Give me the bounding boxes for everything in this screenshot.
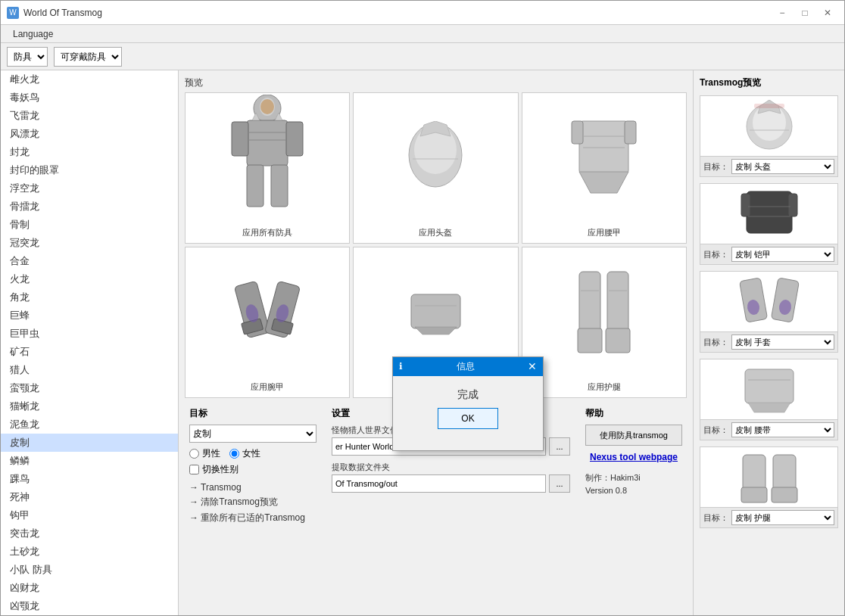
language-menu[interactable]: Language [7, 27, 59, 41]
list-item[interactable]: 封印的眼罩 [1, 161, 178, 179]
left-panel: 雌火龙 毒妖鸟 飞雷龙 风漂龙 封龙 封印的眼罩 浮空龙 骨擂龙 骨制 冠突龙 … [1, 70, 179, 615]
list-item[interactable]: 浮空龙 [1, 179, 178, 198]
preview-cell-label-head[interactable]: 应用头盔 [354, 226, 517, 240]
title-bar: W World Of Transmog − □ ✕ [1, 1, 844, 25]
output-row: ... [332, 474, 570, 493]
male-radio-label[interactable]: 男性 [189, 447, 220, 460]
svg-marker-31 [415, 327, 457, 334]
clear-transmog-label: → 清除Transmog预览 [189, 496, 278, 509]
list-item[interactable]: 踝鸟 [1, 470, 178, 488]
transmog-arms-select[interactable]: 皮制 手套 [731, 334, 834, 350]
list-item[interactable]: 鳞鳞 [1, 452, 178, 470]
transmog-legs-select[interactable]: 皮制 护腿 [731, 510, 834, 525]
svg-point-9 [260, 99, 274, 114]
filter1-select[interactable]: 防具 武器 [7, 47, 48, 67]
transmog-slot-arms: 目标： 皮制 手套 [700, 271, 838, 353]
preview-cell-label-chest[interactable]: 应用腰甲 [522, 226, 686, 240]
preview-section: 预览 [185, 76, 687, 398]
close-button[interactable]: ✕ [817, 5, 838, 21]
list-item[interactable]: 土砂龙 [1, 543, 178, 561]
main-content: 雌火龙 毒妖鸟 飞雷龙 风漂龙 封龙 封印的眼罩 浮空龙 骨擂龙 骨制 冠突龙 … [1, 70, 844, 615]
list-item[interactable]: 突击龙 [1, 524, 178, 543]
svg-rect-5 [271, 165, 288, 207]
minimize-button[interactable]: − [772, 5, 793, 21]
list-item[interactable]: 猎人 [1, 361, 178, 379]
list-item[interactable]: 死神 [1, 488, 178, 506]
list-item[interactable]: 封龙 [1, 143, 178, 161]
filter2-select[interactable]: 可穿戴防具 全部防具 [54, 47, 122, 67]
list-item[interactable]: 泥鱼龙 [1, 415, 178, 434]
transmog-waist-select[interactable]: 皮制 腰带 [731, 422, 834, 437]
list-item[interactable]: 毒妖鸟 [1, 89, 178, 107]
output-input[interactable] [332, 474, 546, 493]
list-item[interactable]: 凶颚龙 [1, 597, 178, 615]
preview-cell-chest[interactable]: 应用腰甲 [522, 92, 687, 244]
svg-rect-19 [625, 121, 636, 144]
list-item[interactable]: 雌火龙 [1, 70, 178, 89]
male-radio[interactable] [189, 449, 199, 459]
list-item[interactable]: 蛮颚龙 [1, 379, 178, 397]
transmog-slot-waist-label: 目标： 皮制 腰带 [700, 420, 837, 440]
switch-gender-checkbox[interactable] [189, 465, 199, 474]
target-section-label: 目标 [189, 407, 316, 420]
output-label: 提取数据文件夹 [332, 462, 570, 473]
dialog-title-icon: ℹ [399, 361, 403, 372]
transmog-chest-select[interactable]: 皮制 铠甲 [731, 247, 834, 262]
dialog-close-btn[interactable]: ✕ [528, 361, 537, 372]
folder-browse-btn[interactable]: ... [549, 437, 570, 456]
dialog-message: 完成 [405, 388, 531, 402]
preview-cell-head[interactable]: 应用头盔 [353, 92, 518, 244]
list-item[interactable]: 猫蜥龙 [1, 397, 178, 415]
svg-rect-42 [754, 104, 784, 108]
dialog-ok-button[interactable]: OK [438, 408, 498, 429]
transmog-slot-legs: 目标： 皮制 护腿 [700, 446, 838, 528]
transmog-slot-chest: 目标： 皮制 铠甲 [700, 183, 838, 265]
list-item[interactable]: 合金 [1, 252, 178, 270]
target-label-waist: 目标： [703, 425, 728, 436]
remove-all-transmog-action[interactable]: → 重除所有已适的Transmog [189, 512, 316, 524]
transmog-head-select[interactable]: 皮制 头盔 [731, 159, 834, 174]
preview-cell-label-all[interactable]: 应用所有防具 [186, 226, 349, 240]
help-section: 帮助 使用防具transmog Nexus tool webpage 制作：Ha… [581, 403, 687, 609]
list-item[interactable]: 飞雷龙 [1, 107, 178, 125]
credit-text: 制作：Hakim3i [585, 471, 682, 484]
preview-cell-legs[interactable]: 应用护腿 [522, 247, 687, 398]
list-item[interactable]: 冠突龙 [1, 234, 178, 252]
list-item[interactable]: 巨甲虫 [1, 325, 178, 343]
armor-list[interactable]: 雌火龙 毒妖鸟 飞雷龙 风漂龙 封龙 封印的眼罩 浮空龙 骨擂龙 骨制 冠突龙 … [1, 70, 178, 615]
help-button[interactable]: 使用防具transmog [585, 425, 682, 446]
maximize-button[interactable]: □ [794, 5, 815, 21]
list-item-selected[interactable]: 皮制 [1, 434, 178, 452]
clear-transmog-action[interactable]: → 清除Transmog预览 [189, 496, 316, 509]
female-radio[interactable] [229, 449, 239, 459]
preview-cell-label-arms[interactable]: 应用腕甲 [186, 380, 349, 394]
list-item[interactable]: 巨蜂 [1, 306, 178, 325]
dialog-body: 完成 OK [393, 376, 543, 450]
transmog-slot-waist: 目标： 皮制 腰带 [700, 359, 838, 440]
list-item[interactable]: 钩甲 [1, 506, 178, 524]
list-item[interactable]: 小队 防具 [1, 561, 178, 579]
transmog-chest-preview [700, 184, 837, 244]
target-select[interactable]: 皮制 骨制 合金 火龙 [189, 425, 316, 443]
preview-cell-all[interactable]: 应用所有防具 [185, 92, 350, 244]
list-item[interactable]: 骨制 [1, 216, 178, 234]
preview-cell-arms[interactable]: 应用腕甲 [185, 247, 350, 398]
target-section: 目标 皮制 骨制 合金 火龙 男性 [185, 403, 321, 609]
preview-cell-label-legs[interactable]: 应用护腿 [522, 380, 686, 394]
female-radio-label[interactable]: 女性 [229, 447, 260, 460]
svg-rect-3 [286, 122, 303, 156]
list-item[interactable]: 矿石 [1, 343, 178, 361]
target-select-row: 皮制 骨制 合金 火龙 [189, 425, 316, 443]
list-item[interactable]: 凶财龙 [1, 579, 178, 597]
menu-bar: Language [1, 25, 844, 43]
switch-gender-label[interactable]: 切换性别 [189, 463, 316, 476]
list-item[interactable]: 风漂龙 [1, 125, 178, 143]
output-browse-btn[interactable]: ... [549, 474, 570, 493]
transmog-action[interactable]: → Transmog [189, 482, 316, 493]
list-item[interactable]: 骨擂龙 [1, 198, 178, 216]
main-window: W World Of Transmog − □ ✕ Language 防具 武器… [0, 0, 845, 616]
list-item[interactable]: 角龙 [1, 288, 178, 306]
target-label-legs: 目标： [703, 512, 728, 524]
list-item[interactable]: 火龙 [1, 270, 178, 288]
nexus-link[interactable]: Nexus tool webpage [585, 452, 682, 462]
